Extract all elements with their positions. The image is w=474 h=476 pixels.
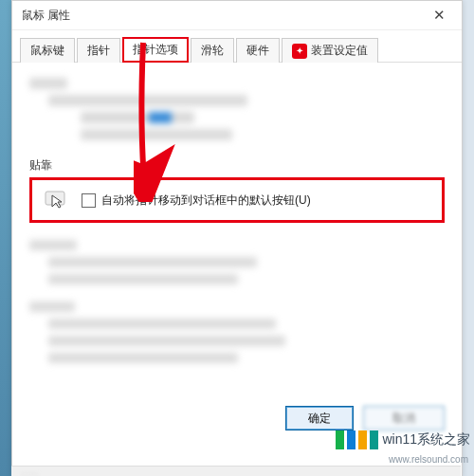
motion-group-blurred: [29, 78, 445, 140]
window-title: 鼠标 属性: [22, 8, 70, 24]
watermark: win11系统之家: [336, 430, 470, 449]
close-icon: ✕: [433, 7, 446, 24]
dialog-content: 贴靠 自动将指针移动到对话框中的默认按钮(U): [12, 63, 462, 442]
desktop-left-strip: [0, 0, 11, 476]
close-button[interactable]: ✕: [420, 2, 458, 28]
snap-to-checkbox-wrap[interactable]: 自动将指针移动到对话框中的默认按钮(U): [82, 192, 311, 209]
ok-button[interactable]: 确定: [285, 406, 354, 430]
tab-device-settings[interactable]: ✦装置设定值: [282, 38, 378, 63]
watermark-url: www.relsound.com: [389, 454, 468, 465]
tab-buttons[interactable]: 鼠标键: [20, 38, 75, 63]
watermark-bars-icon: [336, 430, 378, 449]
snap-to-checkbox[interactable]: [82, 193, 96, 208]
visibility-group2-blurred: [29, 302, 445, 363]
visibility-group-blurred: [29, 240, 445, 284]
watermark-text: win11系统之家: [382, 431, 470, 449]
tab-pointers[interactable]: 指针: [77, 38, 120, 63]
snap-to-group: 自动将指针移动到对话框中的默认按钮(U): [29, 177, 445, 223]
tab-strip: 鼠标键 指针 指针选项 滑轮 硬件 ✦装置设定值: [12, 30, 462, 63]
snap-to-section-label: 贴靠: [29, 157, 445, 174]
footer-blurred-text: ······: [21, 468, 38, 476]
dialog-button-row: 确定 取消: [285, 406, 445, 430]
cancel-button[interactable]: 取消: [363, 406, 445, 430]
titlebar: 鼠标 属性 ✕: [12, 1, 462, 30]
taskbar-peek: [11, 466, 461, 476]
snap-to-checkbox-label: 自动将指针移动到对话框中的默认按钮(U): [101, 192, 311, 209]
tab-pointer-options[interactable]: 指针选项: [122, 37, 189, 63]
trend-icon: ✦: [292, 44, 307, 59]
tab-hardware[interactable]: 硬件: [236, 38, 280, 63]
tab-wheel[interactable]: 滑轮: [191, 38, 234, 63]
mouse-properties-dialog: 鼠标 属性 ✕ 鼠标键 指针 指针选项 滑轮 硬件 ✦装置设定值 贴靠: [11, 0, 463, 476]
snap-to-cursor-icon: [44, 190, 70, 211]
